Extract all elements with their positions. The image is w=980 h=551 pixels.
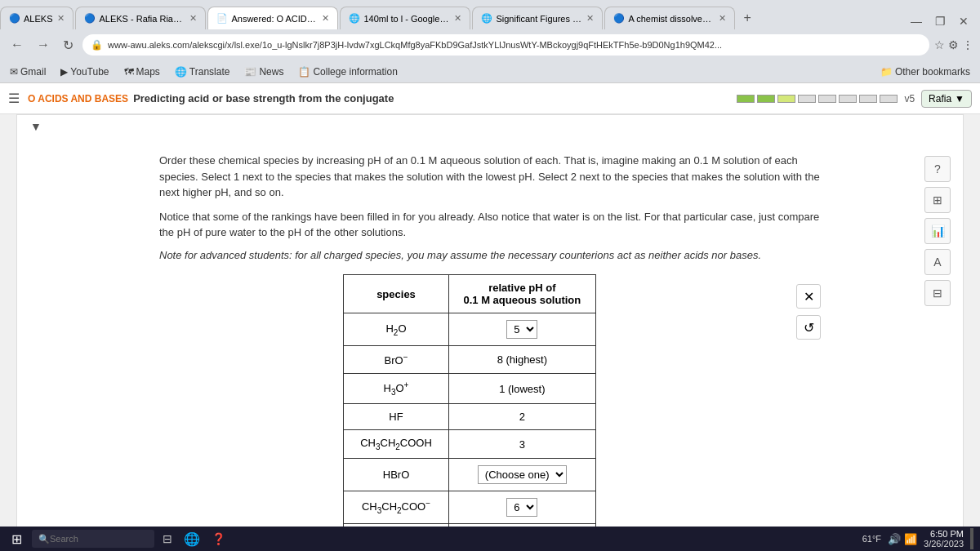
tab-acids[interactable]: 📄 Answered: O ACIDS AND ✕	[207, 7, 338, 29]
tab-google[interactable]: 🌐 140ml to l - Google Sear ✕	[340, 7, 470, 29]
ph-select-hbro[interactable]: (Choose one)12345678	[478, 465, 567, 484]
extension-btn[interactable]: ⚙	[948, 38, 959, 51]
collapse-section: ▼	[17, 115, 963, 133]
tab-icon-rafia: 🔵	[84, 13, 96, 24]
progress-seg-6	[839, 95, 857, 103]
table-row: H3O+ 1 (lowest)	[344, 374, 596, 404]
table-row: HBrO (Choose one)12345678	[344, 458, 596, 491]
content-area: Order these chemical species by increasi…	[143, 140, 837, 551]
progress-seg-1	[737, 95, 755, 103]
tab-icon-chemist: 🔵	[613, 13, 625, 24]
speaker-icon[interactable]: 🔊	[888, 533, 901, 545]
show-desktop-btn[interactable]	[970, 528, 973, 549]
college-icon: 📋	[298, 66, 310, 78]
ph-bro: 8 (highest)	[448, 346, 595, 374]
text-button[interactable]: A	[924, 249, 951, 275]
forward-button[interactable]: →	[33, 36, 54, 54]
species-propanoate: CH3CH2COO−	[344, 491, 449, 523]
tab-close-chemist[interactable]: ✕	[719, 13, 726, 24]
taskbar-search-input[interactable]	[50, 534, 148, 544]
minimize-btn[interactable]: —	[906, 13, 927, 29]
module-title: Predicting acid or base strength from th…	[133, 92, 394, 104]
side-panel: ? ⊞ 📊 A ⊟	[924, 156, 951, 306]
tab-chemist[interactable]: 🔵 A chemist dissolves 867. ✕	[604, 7, 735, 29]
reload-button[interactable]: ↻	[59, 36, 78, 55]
tab-icon-sigfig: 🌐	[481, 13, 492, 24]
help-button[interactable]: ?	[924, 156, 951, 182]
clear-button[interactable]: ✕	[796, 284, 821, 309]
tab-close-acids[interactable]: ✕	[322, 13, 329, 24]
reset-area: ✕ ↺	[796, 284, 821, 340]
taskbar-helper-icon[interactable]: ❓	[208, 531, 229, 547]
close-btn[interactable]: ✕	[954, 13, 973, 29]
table-area: species relative pH of0.1 M aqueous solu…	[159, 274, 821, 551]
ph-select-propanoate[interactable]: 12345678	[506, 498, 537, 517]
new-tab-button[interactable]: +	[737, 7, 757, 29]
maps-icon: 🗺	[124, 66, 134, 78]
hamburger-menu-icon[interactable]: ☰	[8, 91, 20, 106]
progress-seg-7	[859, 95, 877, 103]
search-icon: 🔍	[38, 534, 50, 544]
table-row: BrO− 8 (highest)	[344, 346, 596, 374]
taskbar-search[interactable]: 🔍	[32, 530, 154, 548]
ph-propanoate[interactable]: 12345678	[448, 491, 595, 523]
chart-button[interactable]: 📊	[924, 218, 951, 244]
address-actions: ☆ ⚙ ⋮	[934, 38, 973, 51]
species-h2o: H2O	[344, 313, 449, 346]
youtube-icon: ▶	[60, 66, 68, 78]
tab-icon-aleks: 🔵	[9, 13, 20, 24]
bookmark-translate[interactable]: 🌐 Translate	[172, 64, 234, 79]
network-icon[interactable]: 📶	[904, 533, 917, 545]
windows-start-button[interactable]: ⊞	[7, 530, 27, 549]
progress-area: v5 Rafia ▼	[737, 90, 972, 108]
address-bar[interactable]: 🔒 www-awu.aleks.com/alekscgi/x/lsl.exe/1…	[82, 34, 929, 56]
bookmark-news[interactable]: 📰 News	[241, 64, 287, 79]
instructions-text2: Notice that some of the rankings have be…	[159, 209, 821, 241]
user-button[interactable]: Rafia ▼	[921, 90, 972, 108]
species-h3o: H3O+	[344, 374, 449, 404]
species-bro: BrO−	[344, 346, 449, 374]
bookmark-maps[interactable]: 🗺 Maps	[121, 64, 163, 79]
address-bar-row: ← → ↻ 🔒 www-awu.aleks.com/alekscgi/x/lsl…	[0, 29, 980, 60]
tab-close-sigfig[interactable]: ✕	[586, 13, 594, 24]
tab-close-rafia[interactable]: ✕	[189, 13, 197, 24]
back-button[interactable]: ←	[7, 36, 28, 54]
ph-propanoic: 3	[448, 430, 595, 459]
more-btn[interactable]: ⋮	[962, 38, 973, 51]
tab-close-google[interactable]: ✕	[454, 13, 461, 24]
gmail-icon: ✉	[10, 66, 18, 78]
taskbar-right: 61°F 🔊 📶 6:50 PM 3/26/2023	[862, 528, 973, 549]
bookmark-star-btn[interactable]: ☆	[934, 38, 945, 51]
species-table: species relative pH of0.1 M aqueous solu…	[343, 274, 596, 551]
bookmark-youtube[interactable]: ▶ YouTube	[57, 64, 112, 79]
taskbar-time: 6:50 PM 3/26/2023	[924, 529, 964, 549]
temperature-display: 61°F	[862, 534, 881, 544]
tab-sigfig[interactable]: 🌐 Significant Figures Calcu ✕	[472, 7, 603, 29]
tab-rafia[interactable]: 🔵 ALEKS - Rafia Riaz - Lear ✕	[75, 7, 206, 29]
calculator-button[interactable]: ⊟	[924, 280, 951, 306]
chevron-down-button[interactable]: ▼	[30, 120, 42, 133]
progress-seg-2	[757, 95, 775, 103]
note-text: Note for advanced students: for all char…	[159, 247, 821, 264]
table-row: CH3CH2COOH 3	[344, 430, 596, 459]
other-bookmarks-icon: 📁	[880, 66, 893, 78]
taskbar-browser-icon[interactable]: 🌐	[180, 530, 203, 549]
ph-select-h2o[interactable]: 12345678	[506, 320, 537, 339]
ph-h2o[interactable]: 12345678	[448, 313, 595, 346]
grid-view-button[interactable]: ⊞	[924, 187, 951, 213]
tab-aleks[interactable]: 🔵 ALEKS ✕	[0, 7, 74, 29]
bookmark-gmail[interactable]: ✉ Gmail	[7, 64, 49, 79]
bookmark-other[interactable]: 📁 Other bookmarks	[877, 64, 973, 79]
progress-seg-3	[777, 95, 795, 103]
ph-hbro[interactable]: (Choose one)12345678	[448, 458, 595, 491]
news-icon: 📰	[244, 66, 256, 78]
undo-button[interactable]: ↺	[796, 315, 821, 340]
taskbar-view-icon[interactable]: ⊟	[159, 531, 176, 547]
bookmark-college[interactable]: 📋 College information	[295, 64, 400, 79]
lock-icon: 🔒	[91, 39, 103, 51]
taskbar: ⊞ 🔍 ⊟ 🌐 ❓ 61°F 🔊 📶 6:50 PM 3/26/2023	[0, 527, 980, 551]
aleks-header: ☰ O ACIDS AND BASES Predicting acid or b…	[0, 83, 980, 114]
restore-btn[interactable]: ❐	[930, 13, 951, 29]
progress-seg-8	[880, 95, 898, 103]
tab-close-aleks[interactable]: ✕	[57, 13, 65, 24]
